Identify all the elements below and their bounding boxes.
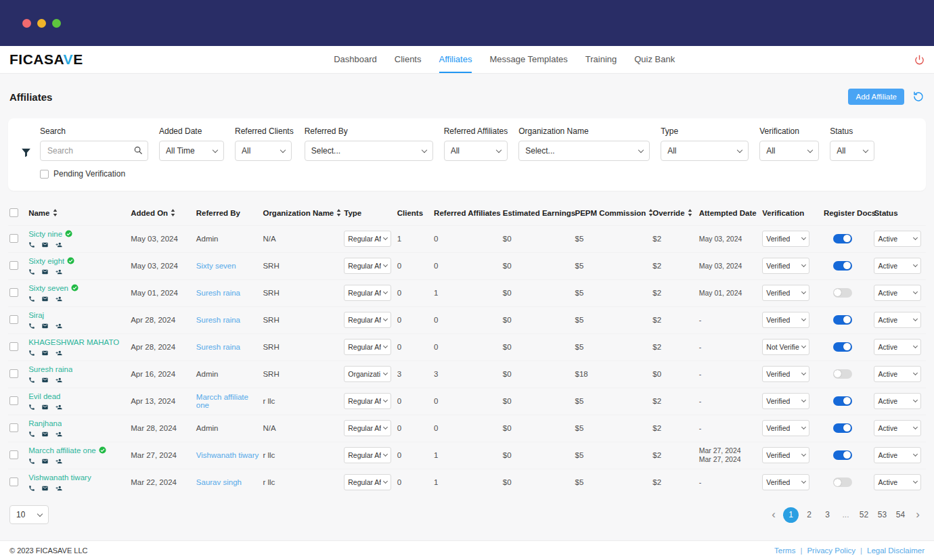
email-icon[interactable] [41,458,49,465]
affiliate-name-link[interactable]: Suresh raina [28,365,72,373]
verification-select[interactable]: Verified [762,420,809,436]
phone-icon[interactable] [28,323,35,329]
nav-item-clients[interactable]: Clients [395,46,422,73]
add-person-icon[interactable] [55,404,63,411]
affiliate-name-link[interactable]: Ranjhana [28,419,62,427]
select-all-checkbox[interactable] [9,208,18,217]
prev-page-button[interactable]: ‹ [767,507,780,522]
page-button-2[interactable]: 2 [801,507,817,523]
status-select[interactable]: Active [874,474,921,490]
nav-item-quiz-bank[interactable]: Quiz Bank [634,46,675,73]
phone-icon[interactable] [28,404,35,411]
register-docs-toggle[interactable] [833,315,852,325]
email-icon[interactable] [41,377,49,383]
filter-select-referred-affiliates[interactable]: All [444,141,508,161]
phone-icon[interactable] [28,485,35,492]
referred-by-link[interactable]: Sixty seven [196,262,236,270]
add-person-icon[interactable] [55,485,63,492]
phone-icon[interactable] [28,241,35,248]
row-checkbox[interactable] [9,423,18,432]
type-select[interactable]: Regular Af [344,447,391,463]
row-checkbox[interactable] [9,288,18,297]
page-button-54[interactable]: 54 [893,507,908,523]
phone-icon[interactable] [28,458,35,465]
type-select[interactable]: Regular Af [344,474,391,490]
register-docs-toggle[interactable] [833,396,852,406]
status-select[interactable]: Active [874,366,921,382]
email-icon[interactable] [41,431,49,438]
column-header-added-on[interactable]: Added On [129,202,195,226]
type-select[interactable]: Organizati [344,366,391,382]
page-button-53[interactable]: 53 [874,507,890,523]
referred-by-link[interactable]: Suresh raina [196,343,240,351]
footer-link-terms[interactable]: Terms [774,546,795,555]
refresh-icon[interactable] [912,91,925,103]
filter-select-verification[interactable]: All [759,141,819,161]
email-icon[interactable] [41,404,49,411]
email-icon[interactable] [41,323,49,329]
verification-select[interactable]: Verified [762,258,809,274]
register-docs-toggle[interactable] [833,288,852,298]
verification-select[interactable]: Verified [762,366,809,382]
type-select[interactable]: Regular Af [344,420,391,436]
verification-select[interactable]: Verified [762,447,809,463]
verification-select[interactable]: Verified [762,231,809,247]
next-page-button[interactable]: › [911,507,925,522]
email-icon[interactable] [41,296,49,302]
verification-select[interactable]: Not Verifie [762,339,809,355]
referred-by-link[interactable]: Saurav singh [196,478,242,486]
row-checkbox[interactable] [9,477,18,486]
page-button-3[interactable]: 3 [820,507,835,523]
status-select[interactable]: Active [874,339,921,355]
nav-item-message-templates[interactable]: Message Templates [489,46,567,73]
add-person-icon[interactable] [55,377,63,383]
affiliate-name-link[interactable]: Siraj [28,311,44,319]
status-select[interactable]: Active [874,420,921,436]
register-docs-toggle[interactable] [833,369,852,379]
phone-icon[interactable] [28,377,35,383]
referred-by-link[interactable]: Marcch affiliate one [196,393,248,409]
register-docs-toggle[interactable] [833,342,852,352]
search-input[interactable] [40,141,148,161]
window-minimize-button[interactable] [37,19,46,28]
affiliate-name-link[interactable]: Marcch affiliate one [28,446,96,454]
pending-verification-checkbox[interactable]: Pending Verification [40,169,125,179]
verification-select[interactable]: Verified [762,474,809,490]
add-affiliate-button[interactable]: Add Affiliate [848,89,904,105]
phone-icon[interactable] [28,269,35,275]
nav-item-training[interactable]: Training [585,46,617,73]
status-select[interactable]: Active [874,231,921,247]
verification-select[interactable]: Verified [762,312,809,328]
referred-by-link[interactable]: Suresh raina [196,316,240,324]
logout-power-button[interactable] [914,55,925,65]
phone-icon[interactable] [28,296,35,302]
email-icon[interactable] [41,241,49,248]
filter-select-added-date[interactable]: All Time [159,141,224,161]
row-checkbox[interactable] [9,369,18,378]
window-maximize-button[interactable] [52,19,61,28]
filter-select-type[interactable]: All [661,141,749,161]
nav-item-dashboard[interactable]: Dashboard [334,46,377,73]
type-select[interactable]: Regular Af [344,258,391,274]
footer-link-legal-disclaimer[interactable]: Legal Disclaimer [867,546,925,555]
register-docs-toggle[interactable] [833,234,852,243]
type-select[interactable]: Regular Af [344,339,391,355]
affiliate-name-link[interactable]: Evil dead [28,392,60,400]
affiliate-name-link[interactable]: Sixty seven [28,284,68,292]
add-person-icon[interactable] [55,431,63,438]
footer-link-privacy-policy[interactable]: Privacy Policy [807,546,855,555]
status-select[interactable]: Active [874,258,921,274]
filter-select-organization-name[interactable]: Select... [518,141,650,161]
status-select[interactable]: Active [874,447,921,463]
filter-select-referred-by[interactable]: Select... [305,141,433,161]
page-button-52[interactable]: 52 [856,507,872,523]
type-select[interactable]: Regular Af [344,312,391,328]
email-icon[interactable] [41,269,49,275]
status-select[interactable]: Active [874,312,921,328]
referred-by-link[interactable]: Suresh raina [196,289,240,297]
email-icon[interactable] [41,350,49,356]
affiliate-name-link[interactable]: Vishwanath tiwary [28,473,91,482]
status-select[interactable]: Active [874,393,921,409]
filter-select-status[interactable]: All [830,141,874,161]
row-checkbox[interactable] [9,450,18,459]
